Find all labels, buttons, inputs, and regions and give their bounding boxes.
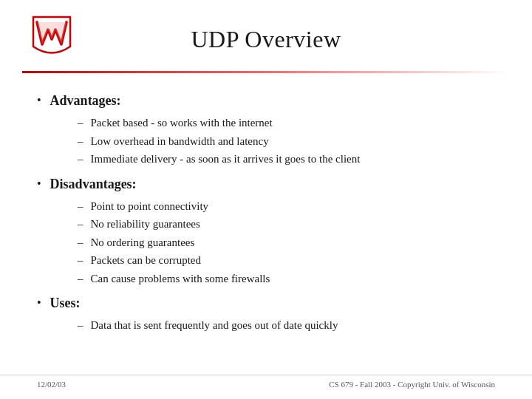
advantages-label: Advantages: xyxy=(50,93,121,109)
advantage-item-3: – Immediate delivery - as soon as it arr… xyxy=(78,151,495,168)
uses-sub-bullets: – Data that is sent frequently and goes … xyxy=(78,317,495,334)
disadvantage-text-4: Packets can be corrupted xyxy=(91,252,202,269)
title-area: UDP Overview xyxy=(81,26,502,53)
dash-icon: – xyxy=(78,252,83,269)
dash-icon: – xyxy=(78,151,83,168)
logo-area xyxy=(30,13,81,65)
disadvantage-item-3: – No ordering guarantees xyxy=(78,234,495,251)
advantage-text-2: Low overhead in bandwidth and latency xyxy=(91,133,269,150)
advantage-text-1: Packet based - so works with the interne… xyxy=(91,115,273,132)
uses-section: • Uses: xyxy=(37,296,495,311)
disadvantages-label: Disadvantages: xyxy=(50,177,137,192)
dash-icon: – xyxy=(78,216,83,233)
dash-icon: – xyxy=(78,317,83,334)
dash-icon: – xyxy=(78,133,83,150)
bullet-dot-uses: • xyxy=(37,296,41,310)
disadvantage-text-5: Can cause problems with some firewalls xyxy=(91,270,270,287)
footer-date: 12/02/03 xyxy=(37,380,66,389)
bullet-dot-disadvantages: • xyxy=(37,177,41,191)
uses-text-1: Data that is sent frequently and goes ou… xyxy=(91,317,338,334)
advantage-text-3: Immediate delivery - as soon as it arriv… xyxy=(91,151,361,168)
dash-icon: – xyxy=(78,198,83,215)
disadvantage-item-4: – Packets can be corrupted xyxy=(78,252,495,269)
disadvantage-item-2: – No reliability guarantees xyxy=(78,216,495,233)
uw-logo-icon xyxy=(30,13,74,61)
uses-label: Uses: xyxy=(50,296,81,311)
slide-title: UDP Overview xyxy=(81,26,451,53)
slide-footer: 12/02/03 CS 679 - Fall 2003 - Copyright … xyxy=(0,375,532,389)
disadvantage-text-2: No reliability guarantees xyxy=(91,216,200,233)
disadvantage-text-1: Point to point connectivity xyxy=(91,198,209,215)
dash-icon: – xyxy=(78,234,83,251)
dash-icon: – xyxy=(78,270,83,287)
dash-icon: – xyxy=(78,115,83,132)
bullet-dot-advantages: • xyxy=(37,94,41,107)
uses-item-1: – Data that is sent frequently and goes … xyxy=(78,317,495,334)
disadvantage-text-3: No ordering guarantees xyxy=(91,234,195,251)
advantages-sub-bullets: – Packet based - so works with the inter… xyxy=(78,115,495,168)
advantage-item-1: – Packet based - so works with the inter… xyxy=(78,115,495,132)
footer-copyright: CS 679 - Fall 2003 - Copyright Univ. of … xyxy=(329,380,495,389)
disadvantage-item-1: – Point to point connectivity xyxy=(78,198,495,215)
disadvantages-sub-bullets: – Point to point connectivity – No relia… xyxy=(78,198,495,287)
advantage-item-2: – Low overhead in bandwidth and latency xyxy=(78,133,495,150)
content-area: • Advantages: – Packet based - so works … xyxy=(0,73,532,344)
disadvantage-item-5: – Can cause problems with some firewalls xyxy=(78,270,495,287)
disadvantages-section: • Disadvantages: xyxy=(37,177,495,192)
advantages-section: • Advantages: xyxy=(37,93,495,109)
slide: UDP Overview • Advantages: – Packet base… xyxy=(0,0,532,399)
slide-header: UDP Overview xyxy=(0,0,532,71)
